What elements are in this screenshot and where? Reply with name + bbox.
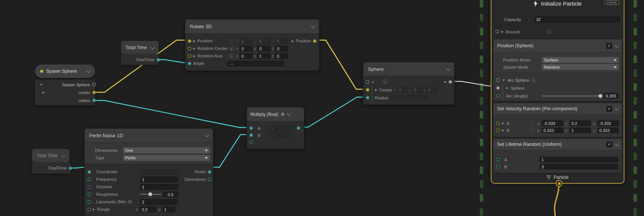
node-sphere-header[interactable]: Sphere [363,62,454,76]
space-badge[interactable]: L [531,78,536,82]
port-sphere-output[interactable] [449,80,452,84]
edge-particle-flow[interactable] [555,184,559,216]
local-space-badge[interactable]: LOCAL [604,0,620,5]
x-field[interactable]: 0 [240,53,252,59]
port-b-input[interactable] [249,134,253,137]
port-particle-flow-output[interactable] [556,180,562,187]
port-bounds-input[interactable] [496,30,499,33]
z-field[interactable]: 0 [275,53,288,59]
port-velocity-b-input[interactable] [496,129,500,132]
block-position-sphere[interactable]: Position (Sphere) ✓ Position Mode Surfac… [493,39,622,101]
b-field[interactable]: — [269,132,290,138]
edge-totaltime-to-angle[interactable] [158,60,189,63]
expand-arrow-icon[interactable]: ▶ [193,54,195,58]
edge-radius-to-multiplyA[interactable] [94,100,249,128]
node-total-time-top[interactable]: Total Time TotalTime [121,41,159,65]
z-field[interactable]: 0.333 [597,128,619,133]
lacunarity-field[interactable]: 2 [140,199,178,205]
expand-arrow-icon[interactable]: ▶ [375,88,377,92]
port-init-sphere-input[interactable] [496,86,500,90]
port-add-input[interactable] [249,141,253,144]
chevron-down-icon[interactable] [614,106,618,110]
foldout-arrow-icon[interactable]: ▼ [371,80,375,84]
expand-arrow-icon[interactable]: ▶ [193,39,195,43]
port-position-output[interactable] [313,39,316,43]
edge-noise-to-multiplyB[interactable] [209,135,249,167]
octaves-field[interactable]: 1 [140,184,178,190]
x-field[interactable]: 0.333 [542,128,563,133]
node-spawn-sphere[interactable]: Spawn Sphere ▼ Spawn Sphere ▶ center rad… [35,64,95,105]
node-total-time-header[interactable]: Total Time [121,41,159,54]
chevron-down-icon[interactable] [614,43,618,47]
node-total-time-bottom[interactable]: Total Time TotalTime [32,149,71,174]
space-badge[interactable]: L [530,128,535,133]
chevron-down-icon[interactable] [61,153,65,157]
lifetime-b-field[interactable]: 3 [540,164,618,170]
chevron-down-icon[interactable] [86,69,90,73]
roughness-slider[interactable] [140,194,161,195]
y-field[interactable]: 0 [257,46,270,51]
z-field[interactable]: 0 [426,87,437,93]
block-header[interactable]: Set Velocity Random (Per-component) ✓ [493,103,622,115]
context-initialize-particle[interactable]: Initialize Particle LOCAL Capacity 32 ▶ … [491,0,624,184]
port-totaltime-output[interactable] [157,58,160,62]
node-multiply-header[interactable]: Multiply (float) ⚙ [247,107,304,122]
chevron-down-icon[interactable] [205,133,209,137]
port-lacunarity-input[interactable] [88,200,91,204]
coordinate-field[interactable]: — [140,169,178,175]
block-set-velocity-random[interactable]: Set Velocity Random (Per-component) ✓ ▶ … [493,103,622,137]
range-y-field[interactable]: 1 [162,207,175,212]
edge-position-to-spherecenter[interactable] [316,40,366,89]
expand-arrow-icon[interactable]: ▶ [292,39,294,43]
port-frequency-input[interactable] [88,178,91,181]
port-position-input[interactable] [188,39,191,43]
chevron-down-icon[interactable] [614,142,618,146]
port-rotation-axis-input[interactable] [188,54,191,58]
port-arc-sphere[interactable] [496,78,500,82]
x-field[interactable]: 0 [397,87,408,93]
enabled-checkbox[interactable]: ✓ [606,142,612,147]
enabled-checkbox[interactable]: ✓ [606,106,612,112]
radius-field[interactable]: — [390,95,428,100]
port-roughness-input[interactable] [88,193,91,196]
a-field[interactable]: 1 [269,125,290,131]
chevron-down-icon[interactable] [311,24,315,28]
space-badge[interactable]: L [382,80,387,84]
block-header[interactable]: Position (Sphere) ✓ [493,39,622,52]
expand-arrow-icon[interactable]: ▶ [93,208,95,211]
x-field[interactable]: 0 [240,46,252,51]
y-field[interactable]: 0 [412,87,422,93]
y-field[interactable]: 1 [570,128,591,133]
port-spawn-sphere-output[interactable] [92,83,96,86]
capacity-field[interactable]: 32 [534,16,620,22]
dimensions-dropdown[interactable]: One [123,147,210,153]
port-lifetime-b-input[interactable] [496,165,500,168]
port-a-input[interactable] [249,126,253,130]
port-radius-output[interactable] [92,99,96,102]
arc-angle-field[interactable]: 6.283 [604,93,619,99]
z-field[interactable]: -0.333 [597,120,619,126]
port-sphere-struct[interactable] [366,80,369,84]
y-field[interactable]: 1 [257,53,270,59]
port-coordinate-input[interactable] [88,170,91,174]
port-noise-output[interactable] [208,170,211,174]
space-badge[interactable]: L [229,39,234,44]
roughness-field[interactable]: 0.5 [163,192,178,197]
z-field[interactable]: 0 [275,46,288,51]
space-badge[interactable]: L [547,29,552,34]
foldout-arrow-icon[interactable]: ▼ [39,83,43,87]
port-sphere-radius-input[interactable] [366,96,369,99]
spawn-mode-dropdown[interactable]: Random [542,64,619,70]
enabled-checkbox[interactable]: ✓ [606,43,612,49]
y-field[interactable]: 0.2 [570,120,591,126]
block-set-lifetime-random[interactable]: Set Lifetime Random (Uniform) ✓ A 1 B 3 [493,139,622,173]
lifetime-a-field[interactable]: 1 [540,157,618,162]
port-arc-angle-input[interactable] [496,94,500,98]
port-multiply-output[interactable] [297,126,300,130]
node-sphere[interactable]: Sphere ▼ L ▶ Center x0 y0 z0 [363,62,455,105]
chevron-down-icon[interactable] [150,45,154,49]
frequency-field[interactable]: 1 [140,177,178,182]
angle-field[interactable]: — [228,61,284,66]
space-badge[interactable]: L [530,121,535,126]
x-field[interactable]: -0.333 [542,120,563,126]
